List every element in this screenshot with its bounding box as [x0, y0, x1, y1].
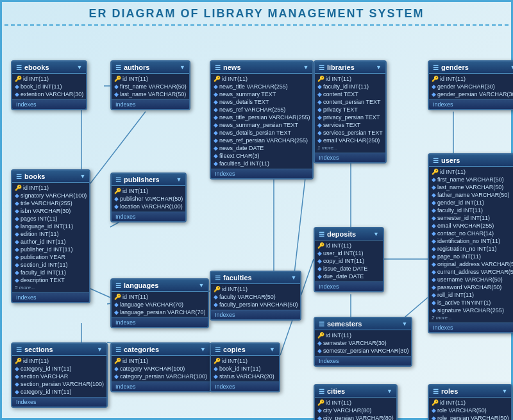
dropdown-arrow-icon[interactable]: ▼: [200, 346, 206, 353]
field-row: ◆is_active TINYINT(1): [429, 299, 513, 307]
foreign-key-icon: ◆: [114, 301, 119, 308]
dropdown-arrow-icon[interactable]: ▼: [180, 64, 185, 71]
field-row: ◆privacy_persian TEXT: [315, 113, 385, 121]
foreign-key-icon: ◆: [432, 192, 436, 198]
foreign-key-icon: ◆: [432, 215, 436, 221]
foreign-key-icon: ◆: [432, 415, 436, 420]
table-footer-semesters[interactable]: Indexes: [315, 356, 411, 365]
table-footer-copies[interactable]: Indexes: [211, 382, 279, 391]
dropdown-arrow-icon[interactable]: ▼: [376, 64, 382, 71]
field-name: publication YEAR: [21, 254, 65, 260]
field-row: 🔑id INT(11): [429, 168, 513, 176]
table-footer-publishers[interactable]: Indexes: [112, 212, 185, 221]
foreign-key-icon: ◆: [15, 83, 19, 90]
table-name: copies: [223, 346, 246, 353]
field-row: ◆language_persian VARCHAR(70): [112, 308, 208, 316]
field-row: 🔑id INT(11): [315, 399, 396, 407]
foreign-key-icon: ◆: [432, 253, 436, 260]
field-row: ◆category_persian VARCHAR(100): [112, 373, 210, 380]
field-row: ◆identification_no INT(11): [429, 237, 513, 245]
dropdown-arrow-icon[interactable]: ▼: [373, 231, 379, 237]
field-row: ◆page_no INT(11): [429, 253, 513, 260]
field-row: ◆city VARCHAR(80): [315, 407, 396, 414]
table-name: roles: [441, 387, 458, 395]
field-name: faculty_persian VARCHAR(50): [219, 301, 298, 308]
table-name: authors: [124, 63, 149, 71]
dropdown-arrow-icon[interactable]: ▼: [97, 346, 103, 353]
field-row: ◆publisher_id INT(11): [12, 246, 89, 253]
foreign-key-icon: ◆: [15, 246, 19, 253]
table-header-copies: ☰copies▼: [211, 344, 279, 356]
field-name: contact_no CHAR(14): [437, 230, 494, 237]
field-row: ◆current_address VARCHAR(50): [429, 268, 513, 276]
field-row: ◆last_name VARCHAR(50): [429, 183, 513, 191]
field-row: ◆first_name VARCHAR(50): [112, 83, 189, 90]
table-footer-authors[interactable]: Indexes: [112, 99, 189, 109]
table-footer-genders[interactable]: Indexes: [429, 99, 513, 109]
table-footer-categories[interactable]: Indexes: [112, 382, 210, 391]
table-footer-ebooks[interactable]: Indexes: [12, 99, 86, 109]
dropdown-arrow-icon[interactable]: ▼: [510, 64, 513, 71]
table-body-publishers: 🔑id INT(11)◆publisher VARCHAR(50)◆locati…: [112, 186, 185, 212]
dropdown-arrow-icon[interactable]: ▼: [387, 388, 392, 394]
field-row: ◆isbn VARCHAR(30): [12, 207, 89, 215]
field-row: ◆news_summary_persian TEXT: [211, 121, 312, 129]
foreign-key-icon: ◆: [317, 91, 322, 97]
dropdown-arrow-icon[interactable]: ▼: [176, 176, 181, 183]
foreign-key-icon: ◆: [317, 407, 322, 414]
foreign-key-icon: ◆: [432, 299, 436, 306]
dropdown-arrow-icon[interactable]: ▼: [198, 282, 204, 289]
table-icon: ☰: [115, 176, 121, 183]
dropdown-arrow-icon[interactable]: ▼: [303, 64, 308, 71]
table-sections: ☰sections▼🔑id INT(11)◆category_id INT(11…: [11, 342, 108, 408]
field-row: ◆extention VARCHAR(30): [12, 90, 86, 98]
field-name: section_id INT(11): [21, 262, 68, 268]
table-authors: ☰authors▼🔑id INT(11)◆first_name VARCHAR(…: [110, 60, 190, 110]
field-name: news_date DATE: [219, 145, 264, 151]
field-name: language_persian VARCHAR(70): [120, 309, 205, 315]
dropdown-arrow-icon[interactable]: ▼: [290, 274, 296, 281]
table-footer-news[interactable]: Indexes: [211, 169, 312, 178]
field-name: email VARCHAR(255): [437, 223, 494, 229]
dropdown-arrow-icon[interactable]: ▼: [80, 173, 85, 180]
field-row: ◆role_persian VARCHAR(50): [429, 414, 511, 420]
primary-key-icon: 🔑: [432, 169, 439, 175]
field-row: ◆signature VARCHAR(255): [429, 307, 513, 314]
field-row: ◆signatory VARCHAR(100): [12, 192, 89, 199]
dropdown-arrow-icon[interactable]: ▼: [501, 388, 507, 394]
field-name: location VARCHAR(100): [120, 203, 183, 210]
table-footer-users[interactable]: Indexes: [429, 323, 513, 332]
foreign-key-icon: ◆: [317, 273, 322, 280]
dropdown-arrow-icon[interactable]: ▼: [76, 64, 82, 71]
foreign-key-icon: ◆: [317, 99, 322, 105]
foreign-key-icon: ◆: [432, 83, 436, 90]
primary-key-icon: 🔑: [432, 399, 439, 406]
field-name: id INT(11): [222, 76, 248, 82]
field-row: ◆semester_id INT(11): [429, 214, 513, 222]
foreign-key-icon: ◆: [317, 122, 322, 128]
foreign-key-icon: ◆: [432, 246, 436, 252]
field-row: ◆gender_id INT(11): [429, 199, 513, 206]
dropdown-arrow-icon[interactable]: ▼: [269, 346, 275, 353]
table-footer-sections[interactable]: Indexes: [12, 397, 106, 407]
table-name: cities: [327, 387, 345, 395]
field-name: issue_date DATE: [323, 265, 367, 272]
field-row: ◆publisher VARCHAR(50): [112, 195, 185, 203]
field-name: category_id INT(11): [21, 365, 72, 372]
field-row: ◆news_ref VARCHAR(255): [211, 106, 312, 113]
table-footer-books[interactable]: Indexes: [12, 292, 89, 302]
field-name: father_name VARCHAR(50): [437, 192, 509, 198]
field-name: user_id INT(11): [323, 250, 364, 256]
field-name: email VARCHAR(250): [323, 137, 380, 144]
foreign-key-icon: ◆: [114, 91, 119, 97]
dropdown-arrow-icon[interactable]: ▼: [401, 321, 407, 327]
table-footer-libraries[interactable]: Indexes: [315, 153, 385, 162]
table-faculties: ☰faculties▼🔑id INT(11)◆faculty VARCHAR(5…: [210, 271, 301, 321]
field-row: 🔑id INT(11): [429, 399, 511, 407]
field-row: ◆gender VARCHAR(30): [429, 83, 513, 90]
table-body-cities: 🔑id INT(11)◆city VARCHAR(80)◆city_persia…: [315, 398, 396, 420]
foreign-key-icon: ◆: [317, 130, 322, 136]
table-footer-deposits[interactable]: Indexes: [315, 281, 383, 291]
table-footer-languages[interactable]: Indexes: [112, 317, 208, 327]
table-footer-faculties[interactable]: Indexes: [211, 310, 300, 319]
